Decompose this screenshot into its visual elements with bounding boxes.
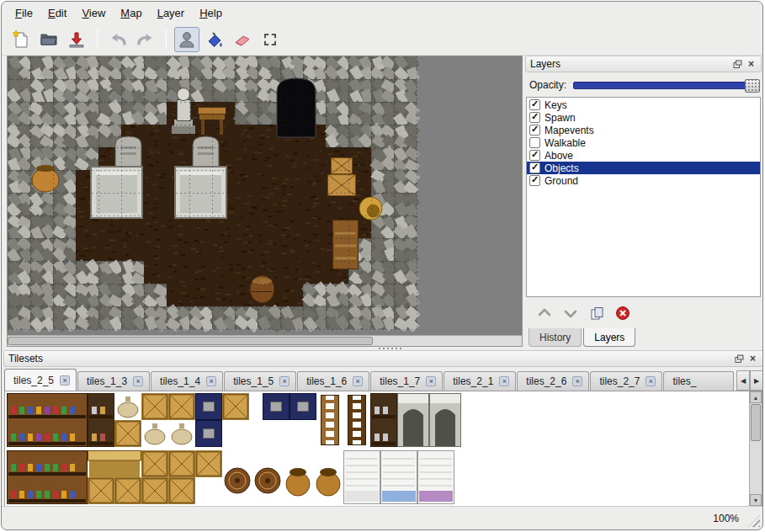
tab-close-icon[interactable] — [60, 375, 70, 386]
layer-label: Above — [545, 150, 573, 162]
scroll-up-arrow[interactable] — [750, 391, 762, 403]
tileset-tab-tiles_2_6[interactable]: tiles_2_6 — [517, 371, 589, 391]
undo-button[interactable] — [105, 27, 130, 52]
scrollbar-thumb[interactable] — [751, 404, 761, 441]
tileset-tab-tiles_2_1[interactable]: tiles_2_1 — [444, 371, 516, 391]
layer-visibility-checkbox[interactable] — [529, 150, 540, 161]
tileset-tab-label: tiles_2_5 — [13, 375, 54, 386]
layer-visibility-checkbox[interactable] — [529, 162, 540, 173]
tileset-tab-tiles_1_7[interactable]: tiles_1_7 — [370, 371, 443, 391]
resize-grip[interactable] — [748, 515, 760, 527]
layer-visibility-checkbox[interactable] — [529, 99, 540, 110]
layers-panel-title: Layers — [530, 58, 560, 70]
layer-visibility-checkbox[interactable] — [529, 112, 540, 123]
zoom-level: 100% — [713, 513, 739, 524]
tileset-tab-tiles_2_7[interactable]: tiles_2_7 — [590, 371, 662, 391]
tab-close-icon[interactable] — [353, 376, 363, 386]
tab-close-icon[interactable] — [133, 376, 143, 386]
scroll-down-arrow[interactable] — [750, 494, 762, 506]
duplicate-layer-button[interactable] — [587, 304, 606, 322]
select-tool-button[interactable] — [258, 27, 283, 52]
tileset-preview-canvas[interactable] — [7, 393, 465, 504]
layer-visibility-checkbox[interactable] — [529, 137, 540, 148]
new-file-button[interactable] — [8, 27, 34, 52]
fill-icon — [205, 30, 224, 49]
chevron-up-icon — [538, 307, 551, 319]
tab-close-icon[interactable] — [572, 376, 582, 386]
layer-row-mapevents[interactable]: Mapevents — [527, 124, 760, 136]
menubar: File Edit View Map Layer Help — [2, 2, 762, 24]
eraser-tool-button[interactable] — [230, 27, 255, 52]
menu-file[interactable]: File — [8, 4, 40, 22]
lower-layer-button[interactable] — [561, 304, 580, 322]
menu-view[interactable]: View — [75, 4, 112, 22]
layers-panel-titlebar: Layers — [525, 56, 762, 72]
fill-tool-button[interactable] — [202, 27, 227, 52]
tileset-tab-bar: tiles_2_5 tiles_1_3 tiles_1_4 tiles_1_5 … — [4, 369, 735, 391]
tilesets-panel-titlebar: Tilesets — [3, 350, 763, 367]
close-panel-icon[interactable] — [746, 59, 757, 70]
float-panel-icon[interactable] — [732, 59, 743, 70]
tab-close-icon[interactable] — [206, 376, 216, 386]
tileset-tab-label: tiles_1_7 — [380, 375, 420, 387]
layer-list: Keys Spawn Mapevents Walkable Above Obje… — [526, 97, 761, 297]
layer-row-walkable[interactable]: Walkable — [527, 136, 760, 149]
float-panel-icon[interactable] — [734, 354, 745, 364]
opacity-label: Opacity: — [529, 79, 566, 91]
layer-label: Spawn — [545, 112, 576, 124]
scroll-tabs-right-button[interactable] — [750, 370, 763, 391]
redo-button[interactable] — [133, 27, 158, 52]
stamp-tool-button[interactable] — [174, 27, 199, 52]
tab-close-icon[interactable] — [279, 376, 290, 386]
layer-row-objects[interactable]: Objects — [527, 162, 760, 174]
menu-map[interactable]: Map — [114, 4, 148, 22]
tab-scroll-buttons — [736, 370, 763, 391]
tileset-view — [4, 391, 762, 507]
map-horizontal-scrollbar[interactable] — [8, 335, 522, 346]
save-button[interactable] — [64, 27, 89, 52]
layer-label: Mapevents — [545, 125, 594, 136]
tileset-tab-tiles_1_5[interactable]: tiles_1_5 — [224, 371, 296, 391]
tab-close-icon[interactable] — [645, 376, 656, 386]
tileset-tab-label: tiles_2_6 — [526, 375, 566, 387]
menu-help[interactable]: Help — [193, 4, 229, 22]
layer-visibility-checkbox[interactable] — [529, 175, 540, 186]
opacity-slider[interactable] — [573, 82, 760, 89]
raise-layer-button[interactable] — [535, 304, 554, 322]
layer-row-spawn[interactable]: Spawn — [527, 111, 760, 124]
tileset-tab-tiles_1_6[interactable]: tiles_1_6 — [297, 371, 369, 391]
map-viewport — [7, 56, 523, 347]
tab-close-icon[interactable] — [499, 376, 509, 386]
dock-tab-bar: History Layers — [529, 328, 637, 347]
scrollbar-thumb[interactable] — [8, 337, 373, 345]
slider-handle[interactable] — [745, 79, 760, 93]
tab-close-icon[interactable] — [426, 376, 436, 386]
open-button[interactable] — [36, 27, 61, 52]
tileset-tab-label: tiles_1_5 — [233, 375, 274, 387]
layer-label: Objects — [545, 162, 579, 174]
tileset-tab-label: tiles_ — [672, 375, 696, 387]
layer-row-keys[interactable]: Keys — [527, 98, 760, 111]
statusbar: 100% — [2, 506, 762, 529]
layer-row-ground[interactable]: Ground — [527, 174, 760, 187]
layer-label: Walkable — [545, 137, 586, 149]
layer-label: Keys — [545, 99, 567, 111]
scroll-tabs-left-button[interactable] — [736, 370, 750, 391]
tileset-tab-tiles_1_3[interactable]: tiles_1_3 — [77, 371, 150, 391]
tab-layers[interactable]: Layers — [583, 328, 635, 347]
delete-layer-button[interactable] — [614, 304, 632, 322]
menu-layer[interactable]: Layer — [151, 4, 192, 22]
tileset-tab-tiles_2_5[interactable]: tiles_2_5 — [4, 369, 77, 391]
tileset-tab-tiles_1_4[interactable]: tiles_1_4 — [151, 371, 223, 391]
chevron-down-icon — [564, 307, 577, 319]
duplicate-icon — [590, 306, 604, 321]
tileset-vertical-scrollbar[interactable] — [749, 391, 762, 506]
menu-edit[interactable]: Edit — [41, 4, 73, 22]
layer-row-above[interactable]: Above — [527, 149, 760, 162]
tileset-tab-truncated[interactable]: tiles_ — [663, 371, 734, 391]
close-panel-icon[interactable] — [747, 354, 758, 364]
eraser-icon — [233, 30, 252, 49]
map-canvas[interactable] — [8, 56, 522, 335]
layer-visibility-checkbox[interactable] — [529, 125, 540, 136]
tab-history[interactable]: History — [529, 328, 582, 347]
